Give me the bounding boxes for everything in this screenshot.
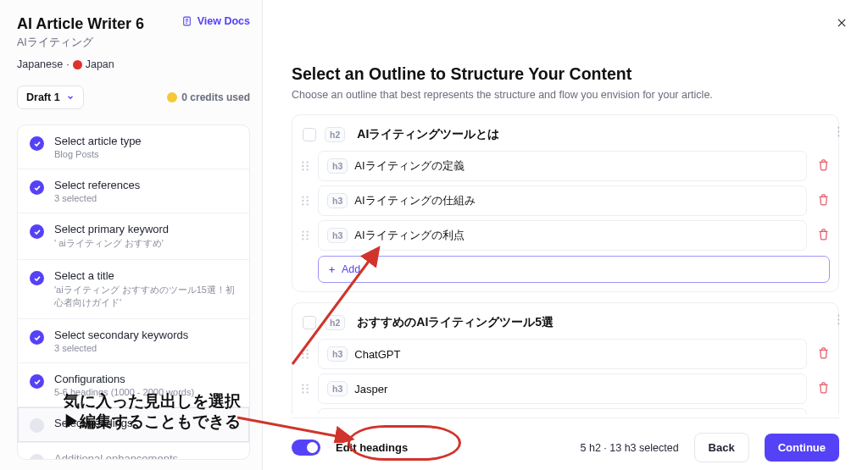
outline-card: h2AIライティングツールとはh3AIライティングの定義h3AIライティングの仕… bbox=[292, 114, 839, 292]
h2-checkbox[interactable] bbox=[303, 316, 316, 329]
step-pending-icon bbox=[30, 454, 44, 460]
step-title: Select headings bbox=[54, 417, 133, 429]
credits-label: 0 credits used bbox=[181, 91, 250, 103]
step-subtitle: 3 selected bbox=[54, 343, 188, 353]
svg-point-23 bbox=[302, 238, 303, 240]
delete-heading-button[interactable] bbox=[817, 193, 830, 209]
delete-heading-button[interactable] bbox=[817, 346, 830, 362]
drag-handle-icon[interactable] bbox=[301, 229, 311, 241]
h2-heading[interactable]: AIライティングツールとは bbox=[357, 127, 499, 142]
svg-point-12 bbox=[306, 169, 308, 170]
step-4[interactable]: Select secondary keywords3 selected bbox=[18, 319, 249, 363]
svg-point-9 bbox=[302, 165, 303, 167]
h3-heading: AIライティングの仕組み bbox=[354, 193, 475, 208]
step-title: Select article type bbox=[54, 135, 142, 147]
h3-row[interactable]: h3ChatGPT bbox=[318, 339, 807, 369]
svg-point-27 bbox=[837, 318, 839, 320]
locale-row: Japanese · Japan bbox=[17, 58, 144, 70]
chevron-down-icon bbox=[66, 93, 75, 102]
h3-row[interactable]: h3Rytr bbox=[318, 408, 807, 414]
footer-bar: Edit headings 5 h2 · 13 h3 selected Back… bbox=[292, 417, 839, 470]
step-title: Select secondary keywords bbox=[54, 329, 188, 341]
add-heading-button[interactable]: Add bbox=[318, 256, 830, 283]
sidebar: AI Article Writer 6 AIライティング Japanese · … bbox=[0, 0, 263, 470]
back-button[interactable]: Back bbox=[694, 433, 749, 462]
h3-row[interactable]: h3Jasper bbox=[318, 373, 807, 404]
main-panel: Select an Outline to Structure Your Cont… bbox=[263, 0, 868, 470]
app-title: AI Article Writer 6 bbox=[17, 15, 144, 33]
step-done-icon bbox=[30, 180, 44, 195]
svg-point-7 bbox=[302, 161, 303, 163]
svg-point-10 bbox=[306, 165, 308, 167]
svg-point-20 bbox=[306, 230, 308, 232]
step-title: Select a title bbox=[54, 269, 237, 282]
svg-point-40 bbox=[306, 388, 308, 390]
step-subtitle: ' aiライティング おすすめ' bbox=[54, 237, 169, 250]
step-3[interactable]: Select a title'aiライティング おすすめのツール15選！初心者向… bbox=[18, 260, 249, 319]
step-2[interactable]: Select primary keyword' aiライティング おすすめ' bbox=[18, 213, 249, 260]
locale-separator: · bbox=[66, 58, 69, 70]
svg-point-8 bbox=[306, 161, 308, 163]
credits-counter: 0 credits used bbox=[167, 91, 250, 103]
h2-tag: h2 bbox=[325, 127, 345, 142]
svg-point-41 bbox=[302, 391, 303, 393]
drag-handle-icon[interactable] bbox=[301, 383, 311, 395]
step-1[interactable]: Select references3 selected bbox=[18, 169, 249, 213]
step-subtitle: Blog Posts bbox=[54, 149, 142, 159]
page-title: Select an Outline to Structure Your Cont… bbox=[292, 64, 839, 84]
outline-list: h2AIライティングツールとはh3AIライティングの定義h3AIライティングの仕… bbox=[292, 114, 839, 414]
step-done-icon bbox=[30, 136, 44, 151]
language-label: Japanese bbox=[17, 58, 63, 70]
drag-handle-icon[interactable] bbox=[835, 125, 839, 141]
svg-point-18 bbox=[306, 203, 308, 205]
step-done-icon bbox=[30, 271, 44, 285]
svg-point-37 bbox=[302, 384, 303, 385]
h2-heading[interactable]: おすすめのAIライティングツール5選 bbox=[357, 315, 554, 330]
drag-handle-icon[interactable] bbox=[301, 160, 311, 172]
selection-counter: 5 h2 · 13 h3 selected bbox=[581, 442, 679, 454]
h3-row[interactable]: h3AIライティングの仕組み bbox=[318, 185, 807, 216]
h3-heading: AIライティングの利点 bbox=[354, 228, 464, 243]
step-done-icon bbox=[30, 374, 44, 389]
delete-heading-button[interactable] bbox=[817, 381, 830, 397]
draft-selector[interactable]: Draft 1 bbox=[17, 86, 84, 109]
step-title: Additional enhancements bbox=[54, 452, 178, 460]
outline-card: h2おすすめのAIライティングツール5選h3ChatGPTh3Jasperh3R… bbox=[292, 302, 839, 414]
svg-point-16 bbox=[306, 200, 308, 202]
h3-heading: AIライティングの定義 bbox=[354, 158, 464, 174]
delete-heading-button[interactable] bbox=[817, 158, 830, 174]
svg-point-1 bbox=[837, 127, 839, 129]
svg-point-24 bbox=[306, 238, 308, 240]
drag-handle-icon[interactable] bbox=[301, 195, 311, 207]
h2-checkbox[interactable] bbox=[303, 128, 316, 141]
svg-point-3 bbox=[837, 130, 839, 132]
step-7[interactable]: Additional enhancements bbox=[18, 443, 249, 460]
edit-headings-toggle[interactable] bbox=[292, 440, 320, 456]
delete-heading-button[interactable] bbox=[817, 228, 830, 244]
page-subtitle: Choose an outline that best represents t… bbox=[292, 89, 839, 101]
drag-handle-icon[interactable] bbox=[301, 348, 311, 360]
continue-button[interactable]: Continue bbox=[765, 434, 839, 462]
step-done-icon bbox=[30, 330, 44, 345]
svg-point-29 bbox=[837, 323, 839, 324]
h3-tag: h3 bbox=[327, 381, 348, 396]
step-0[interactable]: Select article typeBlog Posts bbox=[18, 125, 249, 169]
add-heading-label: Add bbox=[342, 263, 360, 275]
step-pending-icon bbox=[30, 418, 44, 433]
svg-point-34 bbox=[306, 353, 308, 355]
svg-point-38 bbox=[306, 384, 308, 385]
h3-row[interactable]: h3AIライティングの利点 bbox=[318, 220, 807, 251]
h3-row[interactable]: h3AIライティングの定義 bbox=[318, 151, 807, 181]
svg-point-42 bbox=[306, 391, 308, 393]
view-docs-label: View Docs bbox=[198, 15, 250, 27]
step-5[interactable]: Configurations5-6 headings (1000 - 2000 … bbox=[18, 363, 249, 407]
h3-heading: ChatGPT bbox=[354, 348, 400, 361]
h3-tag: h3 bbox=[327, 228, 348, 243]
close-button[interactable] bbox=[836, 17, 848, 32]
svg-point-5 bbox=[837, 135, 839, 136]
drag-handle-icon[interactable] bbox=[835, 313, 839, 329]
draft-label: Draft 1 bbox=[26, 91, 60, 103]
step-subtitle: 3 selected bbox=[54, 193, 140, 203]
view-docs-link[interactable]: View Docs bbox=[181, 15, 250, 27]
step-6[interactable]: Select headings bbox=[18, 407, 249, 443]
